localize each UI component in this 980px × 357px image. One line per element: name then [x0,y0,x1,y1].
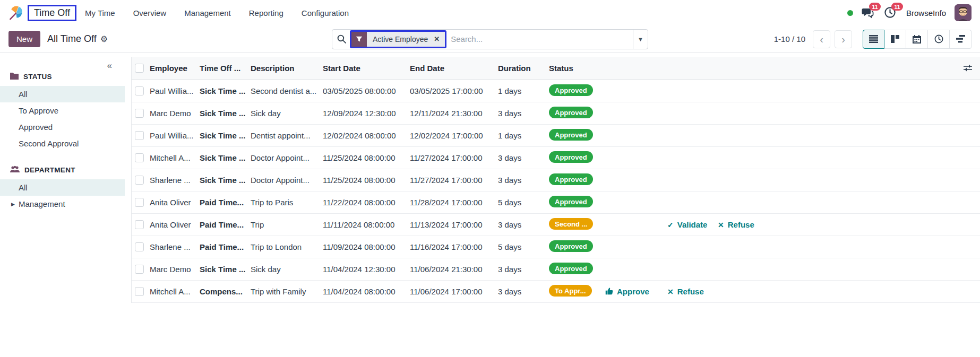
cell-timeoff-type: Compens... [198,287,249,296]
table-row[interactable]: Mitchell A...Compens...Trip with Family1… [132,281,980,303]
column-header-end-date[interactable]: End Date [408,64,496,73]
sidebar-section-title: STATUS [23,73,52,81]
activities-badge: 11 [891,3,903,11]
cell-status: Approved [547,107,604,120]
column-header-timeoff-type[interactable]: Time Off ... [198,64,249,73]
sidebar-item-to-approve[interactable]: To Approve [0,102,125,119]
new-button[interactable]: New [8,31,40,47]
top-navbar: Time Off My TimeOverviewManagementReport… [0,0,980,25]
status-badge: Approved [549,196,593,207]
user-avatar[interactable] [955,4,972,21]
status-badge: Approved [549,107,593,118]
sidebar-collapse-button[interactable]: « [107,60,112,71]
cell-employee: Mitchell A... [148,287,198,296]
cell-employee: Sharlene ... [148,242,198,251]
menu-item-overview[interactable]: Overview [132,6,168,20]
refuse-button[interactable]: ✕Refuse [667,287,704,296]
row-checkbox[interactable] [135,220,144,229]
approve-button[interactable]: Approve [605,287,649,297]
company-name[interactable]: BrowseInfo [906,8,946,18]
cell-start-date: 11/04/2024 12:30:00 [321,265,408,274]
cell-end-date: 11/13/2024 17:00:00 [408,220,496,229]
row-checkbox[interactable] [135,176,144,185]
cell-employee: Paul Willia... [148,131,198,140]
sidebar-item-label: Second Approval [19,139,79,148]
sidebar-item-management[interactable]: ▶Management [0,196,125,212]
messages-icon[interactable]: 11 [862,6,875,19]
table-row[interactable]: Sharlene ...Sick Time ...Doctor Appoint.… [132,169,980,191]
refuse-button[interactable]: ✕Refuse [718,220,754,229]
pager-previous-button[interactable]: ‹ [813,30,830,48]
menu-item-configuration[interactable]: Configuration [300,6,350,20]
row-checkbox[interactable] [135,131,144,140]
search-panel-sidebar: « STATUSAllTo ApproveApprovedSecond Appr… [0,53,125,357]
table-row[interactable]: Sharlene ...Paid Time...Trip to London11… [132,236,980,258]
sidebar-item-all[interactable]: All [0,179,125,196]
activity-view-button[interactable] [928,30,950,49]
cell-description: Dentist appoint... [249,131,321,140]
column-header-duration[interactable]: Duration [496,64,547,73]
list-view-button[interactable] [863,30,884,49]
select-all-checkbox[interactable] [135,64,144,73]
search-input[interactable] [446,34,633,43]
gantt-view-button[interactable] [950,30,972,49]
menu-item-management[interactable]: Management [183,6,232,20]
status-badge: Approved [549,173,593,185]
breadcrumb: All Time Off ⚙ [47,33,108,45]
sidebar-item-label: Approved [19,123,53,132]
row-checkbox[interactable] [135,198,144,207]
menu-item-reporting[interactable]: Reporting [248,6,285,20]
table-row[interactable]: Anita OliverPaid Time...Trip11/11/2024 0… [132,214,980,236]
row-checkbox-cell [132,265,148,274]
thumbs-up-icon [605,287,613,297]
table-row[interactable]: Paul Willia...Sick Time ...Second dentis… [132,80,980,102]
row-checkbox-cell [132,242,148,251]
column-header-start-date[interactable]: Start Date [321,64,408,73]
table-row[interactable]: Mitchell A...Sick Time ...Doctor Appoint… [132,147,980,169]
sidebar-item-approved[interactable]: Approved [0,119,125,135]
validate-button[interactable]: ✓Validate [667,220,707,229]
row-checkbox[interactable] [135,153,144,162]
cell-end-date: 03/05/2025 17:00:00 [408,86,496,95]
table-row[interactable]: Anita OliverPaid Time...Trip to Paris11/… [132,191,980,214]
column-header-description[interactable]: Description [249,64,321,73]
row-checkbox[interactable] [135,242,144,251]
optional-columns-icon[interactable] [963,64,973,74]
activities-icon[interactable]: 11 [884,6,898,19]
cell-end-date: 11/06/2024 21:30:00 [408,265,496,274]
kanban-view-button[interactable] [884,30,906,49]
action-label: Refuse [677,287,704,296]
menu-item-my-time[interactable]: My Time [84,6,116,20]
cell-timeoff-type: Sick Time ... [198,131,249,140]
cell-end-date: 11/06/2024 17:00:00 [408,287,496,296]
calendar-view-button[interactable] [906,30,928,49]
view-settings-gear-icon[interactable]: ⚙ [100,34,108,44]
list-header-row: Employee Time Off ... Description Start … [132,57,980,80]
cell-duration: 3 days [496,153,547,162]
table-row[interactable]: Marc DemoSick Time ...Sick day12/09/2024… [132,102,980,125]
pager-next-button[interactable]: › [835,30,852,48]
cell-description: Trip [249,220,321,229]
cell-status: Approved [547,151,604,164]
cell-duration: 1 days [496,86,547,95]
table-row[interactable]: Marc DemoSick Time ...Sick day11/04/2024… [132,258,980,281]
sidebar-item-all[interactable]: All [0,86,125,102]
app-menu-button[interactable]: Time Off [28,5,76,21]
cell-start-date: 03/05/2025 08:00:00 [321,86,408,95]
cell-employee: Anita Oliver [148,220,198,229]
cell-status: Approved [547,196,604,209]
search-dropdown-caret-icon[interactable]: ▼ [633,30,648,49]
facet-remove-icon[interactable]: ✕ [433,32,445,47]
row-checkbox[interactable] [135,86,144,95]
sidebar-section-title: DEPARTMENT [24,166,75,174]
column-header-employee[interactable]: Employee [148,64,198,73]
column-header-status[interactable]: Status [547,64,604,73]
table-row[interactable]: Paul Willia...Sick Time ...Dentist appoi… [132,125,980,147]
sidebar-item-second-approval[interactable]: Second Approval [0,135,125,152]
cell-status: Approved [547,84,604,98]
cell-actions: Approve✕Refuse [604,287,980,297]
row-checkbox[interactable] [135,109,144,118]
cell-start-date: 11/25/2024 08:00:00 [321,153,408,162]
row-checkbox[interactable] [135,265,144,274]
row-checkbox[interactable] [135,287,144,296]
